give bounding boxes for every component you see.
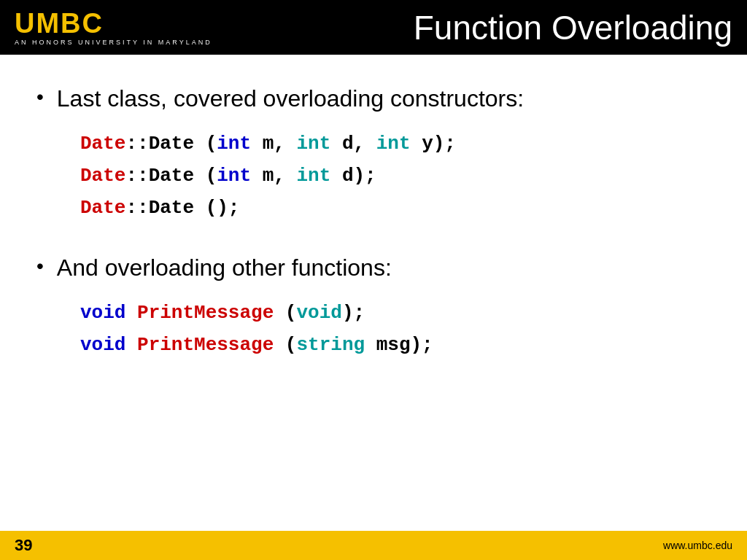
code-line-1: Date::Date (int m, int d, int y); (80, 128, 711, 160)
code-date-2: Date (80, 165, 125, 187)
bullet-section-1: • Last class, covered overloading constr… (36, 84, 711, 224)
code-line-5: void PrintMessage (string msg); (80, 329, 711, 361)
bullet-point-2: • And overloading other functions: (36, 253, 711, 284)
bullet-text-2: And overloading other functions: (57, 253, 392, 284)
header-bar: UMBC AN HONORS UNIVERSITY IN MARYLAND Fu… (0, 0, 747, 55)
code-line-3: Date::Date (); (80, 192, 711, 224)
main-content: • Last class, covered overloading constr… (0, 55, 747, 534)
code-date-3: Date (80, 197, 125, 219)
code-block-1: Date::Date (int m, int d, int y); Date::… (80, 128, 711, 225)
bullet-text-1: Last class, covered overloading construc… (57, 84, 524, 114)
umbc-logo: UMBC (15, 9, 212, 37)
footer-bar: 39 www.umbc.edu (0, 531, 747, 560)
bullet-dot-1: • (36, 84, 44, 110)
code-date-1: Date (80, 133, 125, 155)
code-block-2: void PrintMessage (void); void PrintMess… (80, 297, 711, 361)
footer-page-number: 39 (15, 536, 32, 555)
umbc-subtitle: AN HONORS UNIVERSITY IN MARYLAND (15, 39, 212, 46)
logo-area: UMBC AN HONORS UNIVERSITY IN MARYLAND (15, 9, 212, 46)
umbc-logo-text: UMBC (15, 9, 104, 37)
bullet-point-1: • Last class, covered overloading constr… (36, 84, 711, 114)
code-line-2: Date::Date (int m, int d); (80, 160, 711, 192)
code-line-4: void PrintMessage (void); (80, 297, 711, 329)
bullet-section-2: • And overloading other functions: void … (36, 253, 711, 361)
bullet-dot-2: • (36, 253, 44, 279)
footer-url: www.umbc.edu (663, 540, 732, 551)
page-title: Function Overloading (414, 8, 732, 47)
